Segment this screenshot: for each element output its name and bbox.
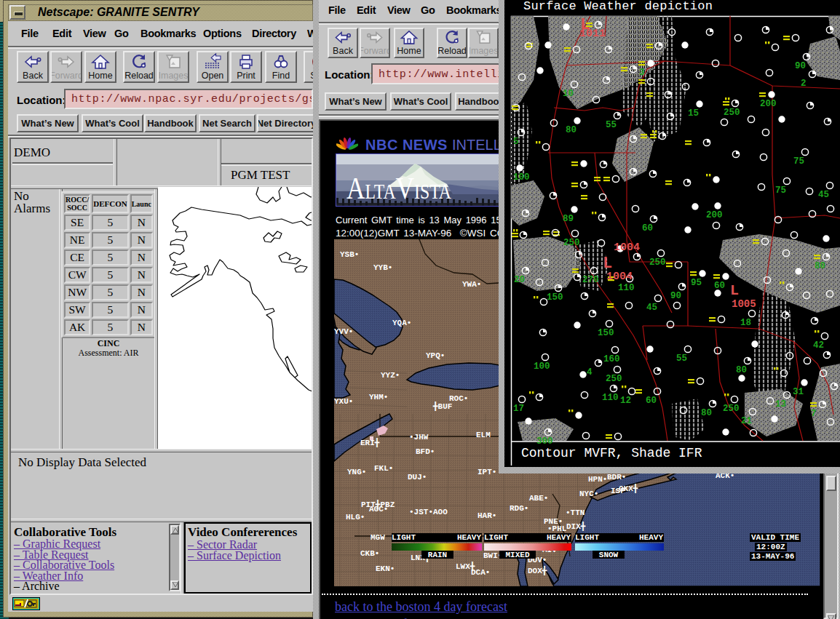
svg-text:60: 60 xyxy=(642,223,653,233)
svg-text:55: 55 xyxy=(606,120,617,130)
svg-text:75: 75 xyxy=(775,185,786,196)
svg-text:100: 100 xyxy=(534,362,550,372)
svg-text:80: 80 xyxy=(701,408,712,418)
svg-text:13: 13 xyxy=(775,399,786,410)
svg-text:160: 160 xyxy=(603,354,620,364)
svg-text:55: 55 xyxy=(676,354,687,364)
svg-text:95: 95 xyxy=(691,278,702,288)
svg-text:150: 150 xyxy=(547,292,563,303)
svg-text:300: 300 xyxy=(536,436,553,447)
svg-text:250: 250 xyxy=(606,374,622,384)
svg-text:90: 90 xyxy=(670,291,681,301)
svg-text:200: 200 xyxy=(706,210,723,220)
svg-text:110: 110 xyxy=(602,393,619,403)
svg-text:45: 45 xyxy=(646,303,657,313)
svg-text:31: 31 xyxy=(793,387,804,397)
svg-text:4: 4 xyxy=(587,367,593,378)
svg-text:10: 10 xyxy=(563,89,574,99)
svg-text:7: 7 xyxy=(811,409,817,419)
svg-text:2: 2 xyxy=(801,79,807,89)
svg-text:80: 80 xyxy=(736,365,747,375)
svg-text:5: 5 xyxy=(513,137,519,147)
svg-text:150: 150 xyxy=(598,328,614,338)
svg-text:200: 200 xyxy=(760,99,777,109)
svg-text:21: 21 xyxy=(741,416,752,426)
svg-text:250: 250 xyxy=(724,108,740,118)
svg-text:17: 17 xyxy=(513,404,524,414)
svg-text:250: 250 xyxy=(723,404,740,414)
svg-text:89: 89 xyxy=(563,214,574,224)
svg-text:110: 110 xyxy=(618,283,635,293)
svg-text:60: 60 xyxy=(714,281,725,291)
svg-text:100: 100 xyxy=(513,172,530,183)
svg-text:18: 18 xyxy=(740,318,751,328)
svg-text:80: 80 xyxy=(566,125,576,135)
svg-text:250: 250 xyxy=(563,238,580,248)
svg-text:75: 75 xyxy=(793,156,804,167)
svg-text:20: 20 xyxy=(514,275,525,285)
svg-text:60: 60 xyxy=(646,396,657,406)
svg-text:3: 3 xyxy=(639,68,645,78)
svg-text:90: 90 xyxy=(795,61,806,71)
svg-text:80: 80 xyxy=(815,261,825,271)
svg-text:270: 270 xyxy=(582,275,599,285)
svg-text:12: 12 xyxy=(620,396,631,406)
svg-text:250: 250 xyxy=(649,257,666,268)
svg-text:15: 15 xyxy=(688,108,699,119)
svg-text:42: 42 xyxy=(813,340,824,351)
svg-text:45: 45 xyxy=(818,190,829,200)
